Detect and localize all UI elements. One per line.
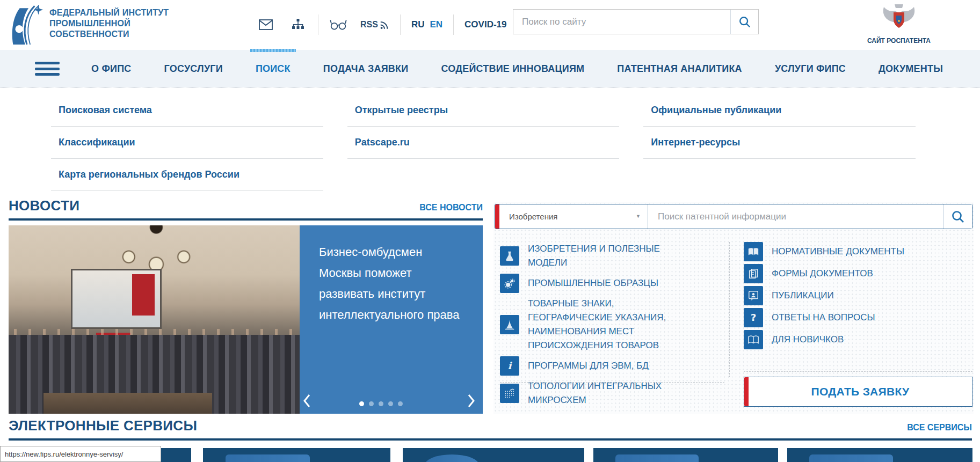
carousel-dot-1[interactable] — [359, 401, 364, 406]
svg-text:?: ? — [751, 312, 757, 323]
dropdown-column-2: Открытые реестры Patscape.ru — [347, 94, 620, 191]
org-name-line1: ФЕДЕРАЛЬНЫЙ ИНСТИТУТ — [49, 8, 184, 18]
link-label: НОРМАТИВНЫЕ ДОКУМЕНТЫ — [772, 245, 904, 259]
link-publikatsii[interactable]: ПУБЛИКАЦИИ — [744, 286, 972, 305]
nav-item-podacha-zayavki[interactable]: ПОДАЧА ЗАЯВКИ — [322, 51, 410, 87]
nav-item-gosuslugi[interactable]: ГОСУСЛУГИ — [163, 51, 224, 87]
beginners-book-icon — [744, 330, 763, 349]
nav-item-poisk[interactable]: ПОИСК — [255, 51, 292, 87]
nav-item-uslugi-fips[interactable]: УСЛУГИ ФИПС — [774, 51, 847, 87]
site-search-button[interactable] — [730, 10, 758, 34]
header-divider — [400, 14, 401, 35]
news-photo[interactable]: МОСКВА- — [9, 225, 300, 414]
dotted-divider — [744, 371, 972, 372]
rospatent-site-link[interactable]: САЙТ РОСПАТЕНТА — [861, 3, 937, 45]
main-nav: О ФИПС ГОСУСЛУГИ ПОИСК ПОДАЧА ЗАЯВКИ СОД… — [0, 50, 980, 87]
all-services-link[interactable]: ВСЕ СЕРВИСЫ — [907, 423, 972, 432]
rospatent-caption: САЙТ РОСПАТЕНТА — [861, 37, 937, 45]
link-label: ПУБЛИКАЦИИ — [772, 289, 834, 303]
nav-item-about[interactable]: О ФИПС — [90, 51, 132, 87]
flask-icon — [500, 246, 519, 266]
language-switcher: RU EN — [411, 19, 442, 30]
header-quick-icons: RSS RU EN COVID-19 — [257, 14, 507, 35]
question-icon: ? — [744, 308, 763, 327]
tile-decor — [615, 454, 699, 462]
link-formy-dokumentov[interactable]: ФОРМЫ ДОКУМЕНТОВ — [744, 264, 972, 283]
nav-item-patentnaya-analitika[interactable]: ПАТЕНТНАЯ АНАЛИТИКА — [616, 51, 743, 87]
link-label: ДЛЯ НОВИЧКОВ — [772, 333, 844, 347]
mail-icon[interactable] — [257, 16, 275, 34]
dropdown-column-1: Поисковая система Классификации Карта ре… — [51, 94, 323, 191]
fips-home-page: ФЕДЕРАЛЬНЫЙ ИНСТИТУТ ПРОМЫШЛЕННОЙ СОБСТВ… — [0, 0, 980, 462]
rss-link[interactable]: RSS — [360, 20, 389, 30]
patent-search-button[interactable] — [943, 204, 972, 229]
link-promyshlennye-obraztsy[interactable]: ПРОМЫШЛЕННЫЕ ОБРАЗЦЫ — [500, 274, 724, 293]
site-search-input[interactable] — [513, 10, 730, 34]
red-accent-bar — [744, 377, 749, 406]
menu-item-klassifikatsii[interactable]: Классификации — [51, 127, 323, 159]
header-divider — [453, 14, 454, 35]
rss-icon — [380, 20, 389, 30]
fips-logo-icon — [10, 4, 44, 47]
patent-category-select[interactable]: Изобретения ▼ — [499, 204, 648, 229]
carousel-prev-button[interactable] — [301, 392, 313, 412]
menu-button[interactable] — [35, 62, 60, 76]
carousel-dot-2[interactable] — [369, 401, 374, 406]
news-carousel: МОСКВА- Бизнес-омбудсмен Москвы поможет … — [9, 225, 483, 414]
link-label: ПРОГРАММЫ ДЛЯ ЭВМ, БД — [528, 359, 649, 373]
patent-search-bar: Изобретения ▼ — [495, 204, 972, 229]
news-slide-link[interactable]: Бизнес-омбудсмен Москвы поможет развиват… — [300, 225, 483, 414]
service-tile-5[interactable] — [787, 448, 972, 462]
link-label: ТОПОЛОГИИ ИНТЕГРАЛЬНЫХ МИКРОСХЕМ — [528, 379, 694, 407]
link-status-tooltip: https://new.fips.ru/elektronnye-servisy/ — [0, 446, 161, 462]
carousel-dot-5[interactable] — [398, 401, 403, 406]
menu-item-patscape[interactable]: Patscape.ru — [347, 127, 620, 159]
menu-item-poiskovaya-sistema[interactable]: Поисковая система — [51, 94, 323, 127]
menu-item-otkrytye-reestry[interactable]: Открытые реестры — [347, 94, 620, 127]
nav-item-sodeystvie-innovatsiyam[interactable]: СОДЕЙСТВИЕ ИННОВАЦИЯМ — [440, 51, 585, 87]
link-dlya-novichkov[interactable]: ДЛЯ НОВИЧКОВ — [744, 330, 972, 349]
covid-link[interactable]: COVID-19 — [464, 19, 506, 30]
org-name-line3: СОБСТВЕННОСТИ — [49, 29, 184, 40]
carousel-dots — [359, 401, 403, 406]
link-label: ПРОМЫШЛЕННЫЕ ОБРАЗЦЫ — [528, 276, 658, 290]
chevron-left-icon — [303, 394, 310, 408]
status-url: https://new.fips.ru/elektronnye-servisy/ — [5, 450, 123, 458]
tile-decor — [226, 454, 310, 462]
link-programmy-evm[interactable]: i ПРОГРАММЫ ДЛЯ ЭВМ, БД — [500, 356, 724, 376]
service-tile-4[interactable] — [593, 448, 778, 462]
lang-en[interactable]: EN — [430, 19, 442, 30]
link-izobreteniya[interactable]: ИЗОБРЕТЕНИЯ И ПОЛЕЗНЫЕ МОДЕЛИ — [500, 242, 724, 270]
services-section-header: ЭЛЕКТРОННЫЕ СЕРВИСЫ ВСЕ СЕРВИСЫ — [9, 417, 972, 441]
link-otvety-na-voprosy[interactable]: ? ОТВЕТЫ НА ВОПРОСЫ — [744, 308, 972, 327]
link-topologii[interactable]: ТОПОЛОГИИ ИНТЕГРАЛЬНЫХ МИКРОСХЕМ — [500, 379, 724, 407]
menu-item-internet-resursy[interactable]: Интернет-ресурсы — [643, 127, 916, 159]
patent-search-input[interactable] — [648, 204, 943, 229]
sitemap-icon[interactable] — [289, 16, 307, 34]
nav-item-dokumenty[interactable]: ДОКУМЕНТЫ — [877, 51, 944, 87]
link-normativnye-dokumenty[interactable]: НОРМАТИВНЫЕ ДОКУМЕНТЫ — [744, 242, 972, 261]
chevron-down-icon: ▼ — [636, 214, 641, 219]
lang-ru[interactable]: RU — [411, 19, 425, 30]
carousel-dot-4[interactable] — [388, 401, 393, 406]
carousel-dot-3[interactable] — [379, 401, 383, 406]
dotted-divider — [500, 382, 724, 383]
link-label: ИЗОБРЕТЕНИЯ И ПОЛЕЗНЫЕ МОДЕЛИ — [528, 242, 694, 270]
tile-decor — [425, 454, 479, 462]
service-tile-2[interactable] — [203, 448, 390, 462]
menu-item-ofitsialnye-publikatsii[interactable]: Официальные публикации — [643, 94, 916, 127]
service-tile-3[interactable] — [403, 448, 584, 462]
quick-links-left: ИЗОБРЕТЕНИЯ И ПОЛЕЗНЫЕ МОДЕЛИ ПРОМЫШЛЕНН… — [500, 242, 724, 411]
glasses-icon[interactable] — [329, 16, 347, 34]
menu-item-karta-brendov[interactable]: Карта региональных брендов России — [51, 159, 323, 191]
carousel-next-button[interactable] — [466, 392, 477, 412]
link-tovarnye-znaki[interactable]: ТОВАРНЫЕ ЗНАКИ, ГЕОГРАФИЧЕСКИЕ УКАЗАНИЯ,… — [500, 297, 724, 353]
submit-application-button[interactable]: ПОДАТЬ ЗАЯВКУ — [744, 377, 972, 407]
table-decor — [43, 393, 212, 414]
all-news-link[interactable]: ВСЕ НОВОСТИ — [419, 203, 483, 212]
presentation-screen-decor — [72, 270, 160, 327]
fips-logo[interactable] — [10, 4, 44, 49]
trademark-icon — [500, 315, 519, 334]
publication-icon — [744, 286, 763, 305]
red-banner-decor — [132, 274, 155, 316]
